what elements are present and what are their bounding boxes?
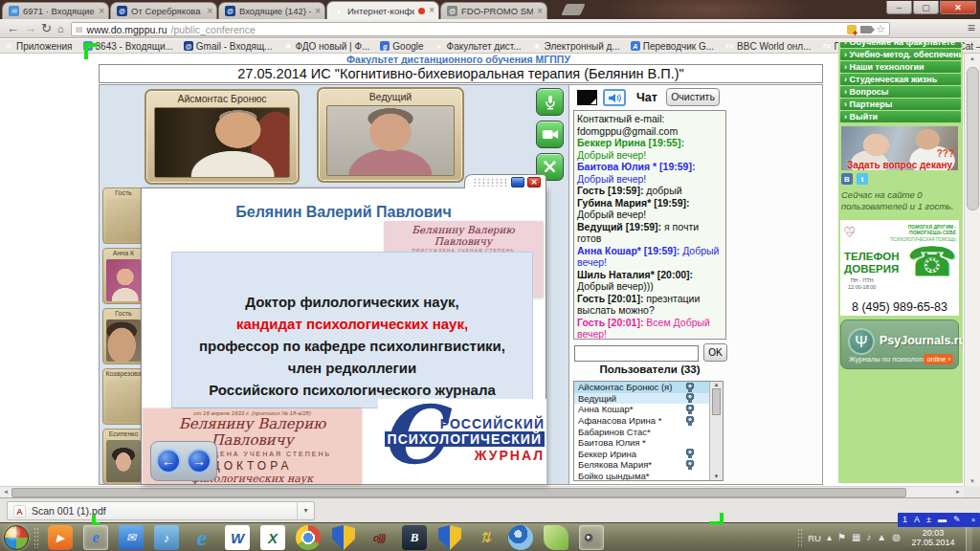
download-menu-icon[interactable]: ▾ [297,501,314,520]
user-row[interactable]: Белякова Мария* [574,459,710,471]
chat-messages[interactable]: Контактный e-mail: fdomgppu@gmail.com Бе… [573,110,726,340]
tray-icon[interactable]: ▴ [827,532,832,543]
chrome-menu-icon[interactable]: ≡ [968,20,975,35]
taskbar-app-icon[interactable] [331,525,356,550]
user-row[interactable]: Айсмонтас Бронюс (я) [574,382,710,393]
sidebar-menu-item[interactable]: › Партнеры [840,99,961,110]
taskbar-app-icon[interactable]: e [83,525,108,550]
taskbar-app-icon[interactable] [544,525,568,550]
presentation-window-handle[interactable]: ✕ [464,174,546,188]
bookmark-item[interactable]: ● Факультет дист... [434,41,522,52]
browser-tab[interactable]: @ FDO-PROMO SMS G × [440,2,547,19]
video-thumbnail[interactable]: Анна К [102,248,145,304]
sidebar-menu-item[interactable]: › Вопросы [840,86,961,98]
clear-chat-button[interactable]: Очистить [666,88,720,106]
user-row[interactable]: Бабаринов Стас* [574,426,710,437]
show-desktop-button[interactable] [966,523,972,551]
taskbar-app-icon[interactable]: o))) [367,525,391,550]
prev-slide-button[interactable]: ← [156,449,181,474]
drag-dots-icon[interactable] [473,178,508,187]
tray-icon[interactable]: ♪ [866,532,871,543]
scroll-right-icon[interactable]: ► [955,489,961,495]
horizontal-scroll-thumb[interactable] [11,488,906,497]
scroll-down-icon[interactable]: ▼ [710,474,723,479]
taskbar-app-icon[interactable]: e [189,525,214,550]
browser-tab[interactable]: ✉ 6971 · Входящие — × [2,2,109,19]
video-thumbnail[interactable]: Козарезова [102,368,145,425]
tray-icon[interactable]: ▲ [877,532,886,543]
window-close-button[interactable]: ✕ [527,177,541,187]
bookmark-item[interactable]: ◉ Электронный д... [532,41,620,52]
forward-icon[interactable]: → [24,21,36,36]
scroll-left-icon[interactable]: ◄ [3,489,9,495]
user-row[interactable]: Беккер Ирина [574,449,710,460]
user-row[interactable]: Афанасова Ирина * [574,415,710,427]
scroll-down-icon[interactable]: ▼ [965,478,980,484]
address-bar[interactable]: ▤ www.do.mgppu.ru/public_conference ☆ [71,22,890,36]
reload-icon[interactable]: ↻ [41,21,52,36]
language-indicator[interactable]: RU [808,533,821,543]
taskbar-app-icon[interactable]: ⇅ [473,525,498,550]
taskbar-app-icon[interactable]: ♪ [154,525,179,550]
chat-input[interactable] [574,345,699,362]
taskbar-app-icon[interactable]: X [260,525,285,550]
ask-dean-banner[interactable]: ??? Задать вопрос декану [841,126,958,170]
clock[interactable]: 20:03 27.05.2014 [906,528,960,548]
video-thumbnail[interactable]: Гость [102,187,145,244]
twitter-icon[interactable]: t [857,173,868,185]
tab-close-icon[interactable]: × [537,7,543,16]
vertical-scrollbar[interactable]: ▲ ▼ [964,54,980,486]
back-icon[interactable]: ← [7,21,19,36]
punto-close-icon[interactable]: × [971,517,975,523]
taskbar-app-icon[interactable] [579,525,604,550]
bookmark-item[interactable]: TV BBC World онл... [724,41,811,52]
horizontal-scrollbar[interactable]: ◄ ► [0,486,964,497]
tray-icon[interactable]: ◍ [892,532,901,543]
download-item[interactable]: A Scan 001 (1).pdf ▾ [7,501,315,520]
vk-icon[interactable]: В [841,173,853,185]
sidebar-menu-item[interactable]: › Учебно-метод. обеспечение [840,49,961,60]
bookmark-item[interactable]: ⊞ Приложения [4,41,73,52]
psyjournals-banner[interactable]: Ψ PsyJournals.ru Журналы по психологии o… [840,320,959,369]
sound-toggle-button[interactable] [603,89,626,106]
maximize-button[interactable]: ▢ [913,1,939,14]
taskbar-app-icon[interactable] [296,525,321,550]
taskbar-app-icon[interactable]: ✉ [119,525,144,550]
tray-icon[interactable]: ▦ [852,532,860,543]
taskbar-app-icon[interactable] [437,525,462,550]
tab-close-icon[interactable]: × [429,6,434,15]
window-minimize-button[interactable] [511,177,524,187]
tab-close-icon[interactable]: × [99,7,104,16]
bookmark-item[interactable]: @ Gmail - Входящ... [184,41,273,52]
screen-color-icon[interactable] [577,90,597,105]
punto-switcher-bar[interactable]: 1А±▬✎ × [898,513,980,527]
plugin-blocked-icon[interactable] [847,25,857,34]
user-row[interactable]: Бойко цындыма* [574,471,710,481]
sidebar-item-top[interactable]: › Обучение на факультете [840,42,961,48]
video-thumbnail[interactable]: Гость [102,308,145,364]
sidebar-menu-item[interactable]: › Выйти [840,111,961,122]
minimize-button[interactable]: – [886,1,912,14]
start-button[interactable] [4,525,29,550]
ok-button[interactable]: OK [703,343,727,362]
scroll-up-icon[interactable]: ▲ [965,55,980,61]
browser-tab[interactable]: @ Входящие (142) - fd × [218,2,325,19]
helpline-banner[interactable]: ♡⌂⌂ ПОМОГАЯ ДРУГИМ -ПОМОГАЕШЬ СЕБЕ ПСИХО… [840,220,959,316]
user-row[interactable]: Анна Кошар* [574,404,710,415]
taskbar-app-icon[interactable]: ▶ [48,525,73,550]
users-scrollbar[interactable]: ▲ ▼ [709,382,723,480]
tab-close-icon[interactable]: × [207,7,212,16]
taskbar-app-icon[interactable]: B [402,525,427,550]
user-row[interactable]: Баитова Юлия * [574,437,710,449]
tab-close-icon[interactable]: × [315,7,321,16]
camera-button[interactable] [536,121,564,148]
close-button[interactable]: ✕ [940,1,976,14]
next-slide-button[interactable]: → [187,449,212,474]
bookmark-item[interactable]: A Переводчик G... [631,41,714,52]
taskbar-app-icon[interactable]: W [225,525,250,550]
tray-icon[interactable]: ⚑ [837,532,846,543]
bookmark-star-icon[interactable]: ☆ [876,24,885,34]
browser-tab[interactable]: ● Интернет-конфер × [326,1,439,19]
sidebar-menu-item[interactable]: › Студенческая жизнь [840,74,961,85]
bookmark-item[interactable]: ◉ ФДО новый | Ф... [282,41,369,52]
